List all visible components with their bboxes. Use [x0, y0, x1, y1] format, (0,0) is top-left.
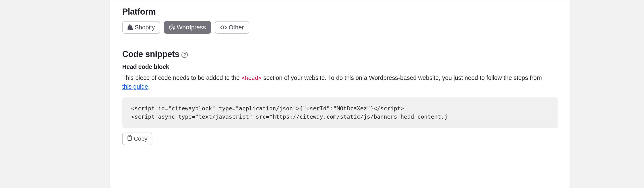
desc-text-middle: section of your website. To do this on a… [263, 74, 542, 81]
guide-link[interactable]: this guide [122, 83, 148, 90]
platform-option-wordpress[interactable]: Wordpress [164, 21, 211, 34]
shopify-icon [128, 25, 133, 30]
svg-rect-2 [129, 135, 130, 136]
head-block-subtitle: Head code block [122, 63, 558, 70]
platform-option-label: Shopify [135, 24, 155, 31]
platform-option-label: Other [229, 24, 244, 31]
code-icon [220, 25, 227, 30]
head-code-block: <script id="citewayblock" type="applicat… [122, 97, 558, 128]
code-line-2: <script async type="text/javascript" src… [131, 114, 448, 120]
platform-option-other[interactable]: Other [215, 21, 249, 34]
platform-section-title: Platform [122, 7, 558, 17]
inline-code-head: <head> [242, 75, 262, 81]
desc-text-prefix: This piece of code needs to be added to … [122, 74, 242, 81]
sidebar-placeholder [0, 0, 94, 188]
snippets-section-title: Code snippets [122, 49, 179, 59]
wordpress-icon [169, 25, 175, 30]
head-block-description: This piece of code needs to be added to … [122, 74, 547, 91]
code-line-1: <script id="citewayblock" type="applicat… [131, 105, 404, 112]
platform-option-shopify[interactable]: Shopify [122, 21, 160, 34]
main-card: Platform Shopify [110, 0, 570, 188]
snippets-section-title-row: Code snippets ? [122, 49, 558, 59]
clipboard-icon [127, 135, 132, 142]
gutter-left [94, 0, 110, 188]
copy-button[interactable]: Copy [122, 133, 152, 145]
help-icon[interactable]: ? [182, 52, 188, 58]
desc-text-suffix: . [148, 83, 150, 90]
gutter-right [570, 0, 644, 188]
platform-options: Shopify Wordpress [122, 21, 558, 34]
copy-button-label: Copy [134, 135, 148, 142]
platform-option-label: Wordpress [177, 24, 206, 31]
